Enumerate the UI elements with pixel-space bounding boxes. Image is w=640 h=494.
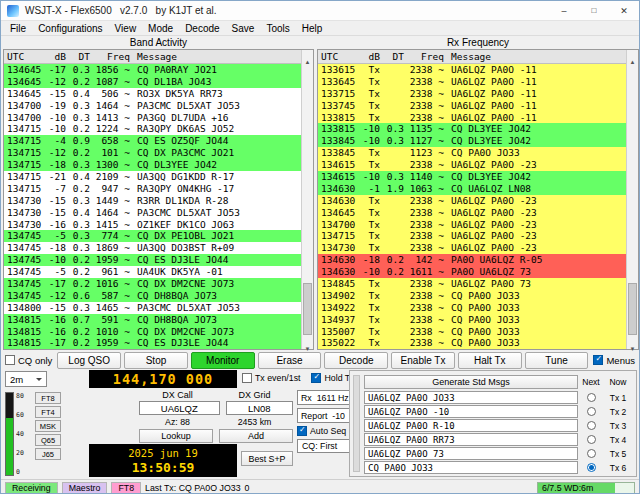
decode-button[interactable]: Decode bbox=[324, 352, 388, 369]
menu-item[interactable]: File bbox=[4, 23, 32, 34]
scroll-up-icon[interactable] bbox=[627, 50, 638, 62]
generate-std-msgs-button[interactable]: Generate Std Msgs bbox=[364, 375, 578, 389]
scrollbar-thumb[interactable] bbox=[628, 283, 637, 335]
decode-row[interactable]: 134630 Tx 2338 ~ UA6LQZ PA0O -23 bbox=[318, 195, 626, 207]
menus-checkbox[interactable]: Menus bbox=[591, 355, 637, 366]
mode-button[interactable]: Q65 bbox=[35, 434, 61, 446]
decode-row[interactable]: 134645 Tx 2338 ~ UA6LQZ PA0O -23 bbox=[318, 207, 626, 219]
scrollbar-track[interactable] bbox=[627, 62, 638, 337]
menu-item[interactable]: Mode bbox=[142, 23, 179, 34]
tx-next-radio[interactable] bbox=[578, 463, 604, 472]
menu-item[interactable]: Save bbox=[226, 23, 261, 34]
scroll-up-icon[interactable] bbox=[302, 50, 313, 62]
close-icon[interactable] bbox=[609, 1, 639, 20]
stop-button[interactable]: Stop bbox=[124, 352, 188, 369]
decode-row[interactable]: 134700 -10 0.3 1413 ~ PA3GQ DL7UDA +16 bbox=[4, 112, 301, 124]
tx-message-field[interactable]: UA6LQZ PA0O JO33 bbox=[364, 391, 578, 404]
decode-row[interactable]: 133845 Tx 1123 ~ CQ PA0O JO33 bbox=[318, 147, 626, 159]
decode-row[interactable]: 133815 Tx 2338 ~ UA6LQZ PA0O -11 bbox=[318, 112, 626, 124]
tx-next-radio[interactable] bbox=[578, 421, 604, 430]
mode-button[interactable]: FT8 bbox=[35, 392, 61, 404]
decode-row[interactable]: 134800 -15 0.3 1465 ~ PA3CMC DL5XAT JO53 bbox=[4, 302, 301, 314]
decode-row[interactable]: 133615 Tx 2338 ~ UA6LQZ PA0O -11 bbox=[318, 64, 626, 76]
decode-row[interactable]: 134715 -10 0.2 1224 ~ RA3QPY DK6AS JO52 bbox=[4, 123, 301, 135]
tx-next-radio[interactable] bbox=[578, 407, 604, 416]
decode-row[interactable]: 133715 Tx 2338 ~ UA6LQZ PA0O -11 bbox=[318, 88, 626, 100]
monitor-button[interactable]: Monitor bbox=[191, 352, 255, 369]
tx-message-field[interactable]: UA6LQZ PA0O RR73 bbox=[364, 433, 578, 446]
decode-row[interactable]: 134730 -15 0.3 1449 ~ R3RR DL1KDA R-28 bbox=[4, 195, 301, 207]
mode-button[interactable]: J65 bbox=[35, 448, 61, 460]
halt-tx-button[interactable]: Halt Tx bbox=[458, 352, 522, 369]
decode-row[interactable]: 134922 Tx 2338 ~ CQ PA0O JO33 bbox=[318, 302, 626, 314]
decode-row[interactable]: 134715 -7 0.2 947 ~ RA3QPY ON4KHG -17 bbox=[4, 183, 301, 195]
scroll-down-icon[interactable] bbox=[302, 337, 313, 349]
tx-now-button[interactable]: Tx 6 bbox=[604, 463, 632, 473]
tx-message-field[interactable]: UA6LQZ PA0O 73 bbox=[364, 447, 578, 460]
decode-row[interactable]: 134815 -17 0.2 1959 ~ CQ ES DJ3LE JO44 bbox=[4, 337, 301, 349]
tx-next-radio[interactable] bbox=[578, 449, 604, 458]
decode-row[interactable]: 134630 -1 1.9 1063 ~ CQ UA6LQZ LN08 bbox=[318, 183, 626, 195]
decode-row[interactable]: 134645 -12 0.2 1087 ~ CQ DL1BA JO43 bbox=[4, 76, 301, 88]
decode-row[interactable]: 134715 -4 0.9 658 ~ CQ ES OZ5QF JO44 bbox=[4, 135, 301, 147]
mode-button[interactable]: FT4 bbox=[35, 406, 61, 418]
tx-even-checkbox[interactable]: Tx even/1st bbox=[240, 373, 302, 383]
decode-row[interactable]: 134745 -12 0.6 587 ~ CQ DH8BQA JO73 bbox=[4, 290, 301, 302]
rx-frequency-scrollbar[interactable] bbox=[626, 50, 638, 349]
band-select[interactable]: 2m bbox=[5, 371, 47, 387]
decode-row[interactable]: 134630 -18 0.2 142 ~ PA0O UA6LQZ R-05 bbox=[318, 254, 626, 266]
decode-row[interactable]: 134815 -16 0.2 1010 ~ CQ DX DM2CNE JO73 bbox=[4, 326, 301, 338]
tx-next-radio[interactable] bbox=[578, 435, 604, 444]
tx-next-radio[interactable] bbox=[578, 393, 604, 402]
best-sp-button[interactable]: Best S+P bbox=[241, 451, 293, 466]
decode-row[interactable]: 134700 Tx 2338 ~ UA6LQZ PA0O -23 bbox=[318, 219, 626, 231]
decode-row[interactable]: 134845 Tx 2338 ~ UA6LQZ PA0O 73 bbox=[318, 278, 626, 290]
decode-row[interactable]: 134700 -19 0.3 1464 ~ PA3CMC DL5XAT JO53 bbox=[4, 100, 301, 112]
minimize-icon[interactable] bbox=[549, 1, 579, 20]
menu-item[interactable]: Help bbox=[296, 23, 329, 34]
decode-row[interactable]: 135022 Tx 2338 ~ CQ PA0O JO33 bbox=[318, 337, 626, 349]
cq-only-checkbox[interactable]: CQ only bbox=[3, 355, 54, 366]
decode-row[interactable]: 134902 Tx 2338 ~ CQ PA0O JO33 bbox=[318, 290, 626, 302]
decode-row[interactable]: 134645 -17 0.3 1856 ~ CQ PA0RAY JO21 bbox=[4, 64, 301, 76]
scrollbar-track[interactable] bbox=[302, 62, 313, 337]
decode-row[interactable]: 134615 Tx 2338 ~ UA6LQZ PA0O -23 bbox=[318, 159, 626, 171]
tx-message-field[interactable]: UA6LQZ PA0O R-10 bbox=[364, 419, 578, 432]
decode-row[interactable]: 133845 -10 0.3 1127 ~ CQ DL3YEE JO42 bbox=[318, 135, 626, 147]
scroll-down-icon[interactable] bbox=[627, 337, 638, 349]
decode-row[interactable]: 134937 Tx 2338 ~ CQ PA0O JO33 bbox=[318, 314, 626, 326]
tune-button[interactable]: Tune bbox=[525, 352, 589, 369]
decode-row[interactable]: 134745 -18 0.3 1869 ~ UA3QQ DO3BST R+09 bbox=[4, 242, 301, 254]
decode-row[interactable]: 135007 Tx 2338 ~ CQ PA0O JO33 bbox=[318, 326, 626, 338]
decode-row[interactable]: 134715 -18 0.3 1300 ~ CQ DL3YEE JO42 bbox=[4, 159, 301, 171]
tx-now-button[interactable]: Tx 1 bbox=[604, 393, 632, 403]
log-qso-button[interactable]: Log QSO bbox=[57, 352, 121, 369]
decode-row[interactable]: 134745 -5 0.2 961 ~ UA4UK DK5YA -01 bbox=[4, 266, 301, 278]
tx-message-field[interactable]: UA6LQZ PA0O -10 bbox=[364, 405, 578, 418]
dx-grid-field[interactable]: LN08 bbox=[226, 401, 293, 415]
enable-tx-button[interactable]: Enable Tx bbox=[391, 352, 455, 369]
decode-row[interactable]: 133815 -10 0.3 1135 ~ CQ DL3YEE JO42 bbox=[318, 123, 626, 135]
decode-row[interactable]: 134745 -17 0.2 1016 ~ CQ DX DM2CNE JO73 bbox=[4, 278, 301, 290]
erase-button[interactable]: Erase bbox=[258, 352, 322, 369]
decode-row[interactable]: 134645 -15 0.4 506 ~ RO3X DK5YA RR73 bbox=[4, 88, 301, 100]
decode-row[interactable]: 134630 -10 0.2 1611 ~ PA0O UA6LQZ 73 bbox=[318, 266, 626, 278]
mode-button[interactable]: MSK bbox=[35, 420, 61, 432]
decode-row[interactable]: 134715 -21 0.4 2109 ~ UA3QQ DG1KDD R-17 bbox=[4, 171, 301, 183]
decode-row[interactable]: 133745 Tx 2338 ~ UA6LQZ PA0O -11 bbox=[318, 100, 626, 112]
decode-row[interactable]: 134730 Tx 2338 ~ UA6LQZ PA0O -23 bbox=[318, 242, 626, 254]
add-button[interactable]: Add bbox=[219, 429, 293, 443]
tx-now-button[interactable]: Tx 3 bbox=[604, 421, 632, 431]
scrollbar-thumb[interactable] bbox=[303, 283, 312, 335]
decode-row[interactable]: 134745 -5 0.3 774 ~ CQ DX PE1OBL JO21 bbox=[4, 230, 301, 242]
tx-now-button[interactable]: Tx 2 bbox=[604, 407, 632, 417]
decode-row[interactable]: 133645 Tx 2338 ~ UA6LQZ PA0O -11 bbox=[318, 76, 626, 88]
menu-item[interactable]: Tools bbox=[260, 23, 295, 34]
tab-switch-strip[interactable] bbox=[353, 375, 360, 472]
menu-item[interactable]: Configurations bbox=[32, 23, 108, 34]
band-activity-scrollbar[interactable] bbox=[301, 50, 313, 349]
decode-row[interactable]: 134715 -12 0.2 101 ~ CQ DX PA3CMC JO21 bbox=[4, 147, 301, 159]
dx-call-field[interactable]: UA6LQZ bbox=[139, 401, 220, 415]
maximize-icon[interactable] bbox=[579, 1, 609, 20]
decode-row[interactable]: 134745 -10 0.2 1959 ~ CQ ES DJ3LE JO44 bbox=[4, 254, 301, 266]
